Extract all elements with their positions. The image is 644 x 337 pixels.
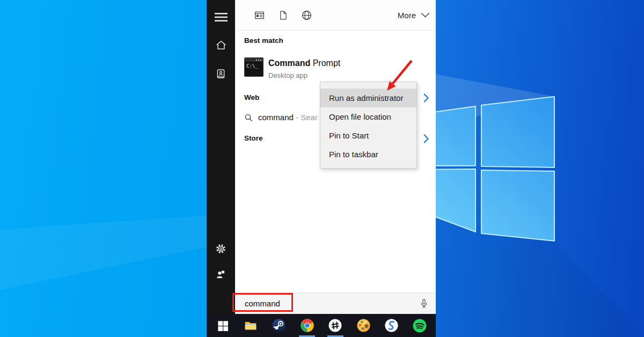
start-button[interactable]: [214, 314, 232, 337]
notebook-icon: [215, 68, 226, 79]
documents-filter-button[interactable]: [274, 10, 292, 21]
notebook-button[interactable]: [211, 65, 231, 82]
menu-item-pin-to-taskbar[interactable]: Pin to taskbar: [320, 145, 416, 164]
microphone-icon: [419, 298, 429, 310]
best-match-title: Command Prompt: [268, 58, 340, 68]
spotify-button[interactable]: [411, 314, 429, 337]
paint-palette-button[interactable]: [354, 314, 372, 337]
search-icon: [244, 113, 253, 122]
web-expand-button[interactable]: [421, 92, 431, 104]
chrome-button[interactable]: [298, 314, 316, 337]
menu-item-run-as-administrator[interactable]: Run as administrator: [320, 89, 416, 107]
annotation-highlight-box: [232, 293, 293, 312]
store-expand-button[interactable]: [421, 133, 431, 144]
home-icon: [215, 39, 227, 51]
file-explorer-button[interactable]: [241, 314, 260, 337]
windows-start-icon: [217, 320, 229, 332]
gear-icon: [215, 243, 226, 254]
s-browser-button[interactable]: [383, 314, 401, 337]
microphone-button[interactable]: [419, 298, 429, 312]
steam-icon: [272, 319, 286, 332]
store-section-header: Store: [244, 134, 263, 142]
more-label: More: [398, 11, 416, 20]
best-match-subtitle: Desktop app: [268, 71, 308, 79]
globe-icon: [301, 10, 312, 21]
spotify-icon: [413, 319, 427, 333]
steam-button[interactable]: [270, 314, 288, 337]
chrome-icon: [301, 319, 314, 332]
chevron-down-icon: [421, 12, 430, 18]
palette-icon: [357, 319, 370, 332]
document-icon: [278, 10, 288, 21]
best-match-header: Best match: [244, 36, 283, 45]
home-button[interactable]: [211, 36, 231, 54]
folder-icon: [244, 319, 258, 333]
screenshot-root: More Best match C:\_ Command Prompt Desk…: [0, 0, 644, 337]
web-section-header: Web: [244, 93, 259, 101]
web-suggestion-text: command - Sear: [258, 113, 318, 122]
flyout-sidebar: [207, 0, 235, 314]
hash-app-button[interactable]: [326, 314, 345, 337]
more-button[interactable]: More: [398, 11, 436, 20]
hamburger-icon: [215, 12, 228, 22]
web-filter-button[interactable]: [297, 10, 316, 21]
menu-item-pin-to-start[interactable]: Pin to Start: [320, 126, 416, 145]
taskbar: [207, 314, 436, 337]
context-menu: Run as administrator Open file location …: [320, 82, 417, 169]
menu-item-open-file-location[interactable]: Open file location: [320, 107, 416, 126]
hash-icon: [328, 319, 342, 332]
settings-button[interactable]: [211, 240, 231, 257]
feedback-button[interactable]: [211, 266, 231, 283]
menu-button[interactable]: [211, 9, 231, 26]
apps-icon: [254, 10, 265, 21]
chevron-right-icon: [423, 134, 429, 143]
feedback-person-icon: [215, 269, 226, 280]
s-curve-icon: [385, 319, 398, 332]
command-prompt-icon: C:\_: [244, 57, 264, 77]
apps-filter-button[interactable]: [250, 10, 268, 21]
best-match-item[interactable]: C:\_ Command Prompt Desktop app: [235, 54, 436, 82]
filter-bar: More: [235, 0, 436, 31]
chevron-right-icon: [423, 93, 429, 102]
